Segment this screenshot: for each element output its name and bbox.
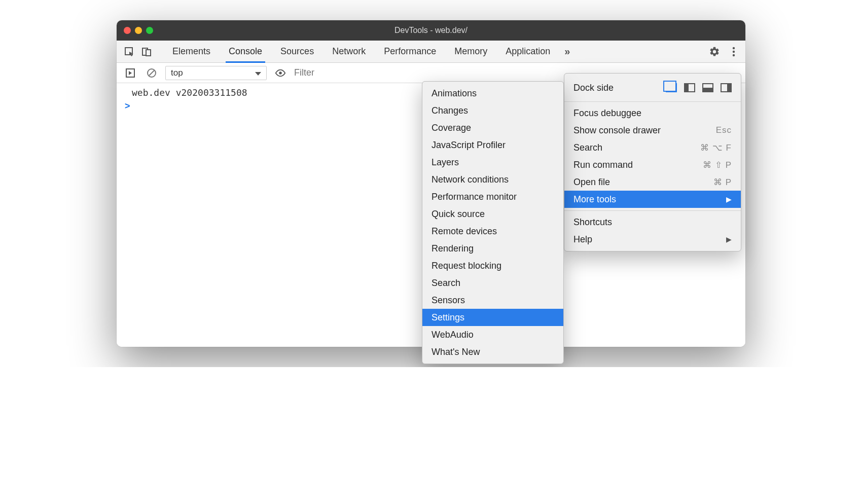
menu-item-run-command[interactable]: Run command ⌘ ⇧ P (564, 156, 741, 173)
menu-item-label: Focus debuggee (573, 108, 641, 119)
menu-item-shortcut: ⌘ ⇧ P (703, 160, 732, 170)
menu-item-label: Shortcuts (573, 217, 612, 228)
menu-item-label: Open file (573, 177, 610, 188)
tab-network[interactable]: Network (323, 41, 375, 62)
submenu-item-label: Changes (432, 105, 468, 116)
kebab-menu-icon[interactable] (726, 44, 741, 59)
submenu-item-remote-devices[interactable]: Remote devices (422, 223, 563, 240)
submenu-item-label: JavaScript Profiler (432, 140, 506, 151)
submenu-item-coverage[interactable]: Coverage (422, 119, 563, 136)
menu-item-label: More tools (573, 194, 616, 205)
submenu-item-label: WebAudio (432, 330, 474, 340)
menu-separator (564, 101, 741, 102)
submenu-item-label: Search (432, 278, 460, 289)
menu-separator (564, 210, 741, 211)
menu-item-show-console-drawer[interactable]: Show console drawer Esc (564, 122, 741, 139)
more-tools-submenu: AnimationsChangesCoverageJavaScript Prof… (422, 81, 564, 364)
submenu-item-label: Animations (432, 88, 477, 99)
svg-point-3 (733, 47, 735, 49)
menu-item-shortcut: ⌘ P (713, 177, 732, 188)
menu-item-shortcut: ⌘ ⌥ F (700, 142, 732, 153)
minimize-window-button[interactable] (135, 27, 142, 34)
tab-overflow-button[interactable]: » (559, 41, 573, 62)
submenu-item-what-s-new[interactable]: What's New (422, 343, 563, 361)
maximize-window-button[interactable] (146, 27, 153, 34)
main-menu-dropdown: Dock side Focus debuggee Show console dr… (564, 73, 741, 251)
submenu-item-label: Sensors (432, 295, 465, 306)
titlebar: DevTools - web.dev/ (117, 20, 745, 41)
submenu-item-label: Quick source (432, 209, 485, 220)
menu-item-shortcut: Esc (716, 125, 732, 135)
submenu-item-label: Coverage (432, 123, 471, 133)
submenu-item-label: Network conditions (432, 174, 509, 185)
svg-point-9 (279, 71, 282, 75)
window-controls (124, 27, 153, 34)
tab-console[interactable]: Console (220, 41, 271, 62)
submenu-item-animations[interactable]: Animations (422, 85, 563, 102)
submenu-item-label: Settings (432, 312, 464, 323)
menu-item-label: Show console drawer (573, 125, 661, 136)
submenu-item-label: What's New (432, 347, 480, 357)
clear-console-icon[interactable] (144, 65, 159, 81)
tab-application[interactable]: Application (496, 41, 559, 62)
menu-item-open-file[interactable]: Open file ⌘ P (564, 173, 741, 191)
svg-point-5 (733, 54, 735, 56)
devtools-window: DevTools - web.dev/ Elements Console Sou… (117, 20, 745, 347)
window-title: DevTools - web.dev/ (117, 26, 745, 35)
tab-memory[interactable]: Memory (445, 41, 496, 62)
menu-item-label: Run command (573, 160, 633, 170)
menu-item-label: Search (573, 142, 602, 153)
dock-side-label: Dock side (573, 83, 614, 93)
device-toolbar-icon[interactable] (139, 44, 154, 59)
close-window-button[interactable] (124, 27, 131, 34)
tab-elements[interactable]: Elements (163, 41, 220, 62)
submenu-item-settings[interactable]: Settings (422, 309, 563, 326)
submenu-item-label: Rendering (432, 243, 474, 254)
submenu-item-javascript-profiler[interactable]: JavaScript Profiler (422, 136, 563, 154)
submenu-item-label: Performance monitor (432, 192, 517, 202)
svg-rect-2 (146, 50, 151, 56)
submenu-item-performance-monitor[interactable]: Performance monitor (422, 188, 563, 205)
settings-gear-icon[interactable] (707, 44, 722, 59)
submenu-item-webaudio[interactable]: WebAudio (422, 326, 563, 343)
dock-left-icon[interactable] (684, 83, 695, 92)
submenu-item-network-conditions[interactable]: Network conditions (422, 171, 563, 188)
submenu-item-label: Request blocking (432, 261, 501, 271)
submenu-arrow-icon: ▶ (726, 235, 732, 243)
submenu-item-label: Remote devices (432, 226, 497, 237)
submenu-arrow-icon: ▶ (726, 195, 732, 203)
tab-sources[interactable]: Sources (271, 41, 323, 62)
menu-item-help[interactable]: Help ▶ (564, 231, 741, 248)
menu-item-focus-debuggee[interactable]: Focus debuggee (564, 104, 741, 122)
execution-context-value: top (171, 68, 183, 78)
submenu-item-search[interactable]: Search (422, 274, 563, 292)
console-sidebar-toggle-icon[interactable] (123, 65, 138, 81)
submenu-item-request-blocking[interactable]: Request blocking (422, 257, 563, 274)
live-expression-eye-icon[interactable] (273, 65, 288, 81)
menu-item-label: Help (573, 234, 592, 245)
dock-right-icon[interactable] (721, 83, 732, 92)
submenu-item-layers[interactable]: Layers (422, 154, 563, 171)
menu-item-more-tools[interactable]: More tools ▶ (564, 191, 741, 208)
devtools-tabbar: Elements Console Sources Network Perform… (117, 41, 745, 63)
svg-line-8 (149, 70, 154, 76)
svg-point-4 (733, 50, 735, 52)
dock-bottom-icon[interactable] (702, 83, 713, 92)
submenu-item-changes[interactable]: Changes (422, 102, 563, 119)
dock-side-row: Dock side (564, 77, 741, 99)
dock-undock-icon[interactable] (666, 83, 677, 92)
menu-item-shortcuts[interactable]: Shortcuts (564, 213, 741, 231)
panel-tabs: Elements Console Sources Network Perform… (163, 41, 573, 62)
submenu-item-label: Layers (432, 157, 459, 168)
submenu-item-sensors[interactable]: Sensors (422, 292, 563, 309)
submenu-item-quick-source[interactable]: Quick source (422, 205, 563, 223)
inspect-element-icon[interactable] (122, 44, 137, 59)
menu-item-search[interactable]: Search ⌘ ⌥ F (564, 139, 741, 156)
execution-context-select[interactable]: top (165, 66, 267, 80)
submenu-item-rendering[interactable]: Rendering (422, 240, 563, 257)
tab-performance[interactable]: Performance (375, 41, 445, 62)
